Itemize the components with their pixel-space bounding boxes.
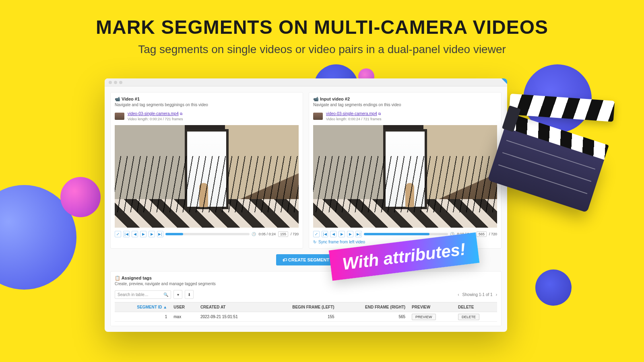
step-back-icon[interactable]: ◀ (132, 231, 138, 237)
expand-icon[interactable]: ⤢ (115, 231, 121, 237)
search-input[interactable]: Search in table… 🔍 (115, 290, 171, 299)
frame-total: / 720 (489, 232, 497, 236)
table-row: 1 max 2022-09-21 15:01:51 155 565 PREVIE… (115, 312, 497, 322)
clock-icon: 🕒 (252, 232, 256, 236)
download-icon: ⬇ (188, 292, 191, 297)
video-panel-right: 📹 Input video #2 Navigate and tag segmen… (309, 92, 502, 249)
video-filename-link[interactable]: video-03-single-camera.mp4 (326, 111, 377, 116)
section-subtitle: Create, preview, navigate and manage tag… (115, 282, 497, 286)
panel-subtitle: Navigate and tag segments begginings on … (115, 103, 299, 107)
sync-icon: ↻ (313, 240, 316, 244)
video-filename-link[interactable]: video-03-single-camera.mp4 (128, 111, 179, 116)
window-dot-icon (114, 81, 117, 84)
download-button[interactable]: ⬇ (185, 290, 194, 299)
segments-table: SEGMENT ID ▲ USER CREATED AT BEGIN FRAME… (115, 302, 497, 322)
col-preview: PREVIEW (409, 302, 455, 312)
col-end-frame[interactable]: END FRAME (RIGHT) (338, 302, 409, 312)
col-user[interactable]: USER (170, 302, 197, 312)
step-forward-icon[interactable]: ▶ (149, 231, 155, 237)
step-forward-icon[interactable]: ▶ (347, 231, 353, 237)
frame-input[interactable]: 155 (278, 231, 288, 237)
cell-user: max (170, 312, 197, 322)
window-dot-icon (119, 81, 122, 84)
filter-icon: ▾ (177, 292, 179, 297)
frame-total: / 720 (291, 232, 299, 236)
expand-icon[interactable]: ⤢ (313, 231, 320, 237)
cell-segment-id: 1 (115, 312, 170, 322)
skip-start-icon[interactable]: |◀ (322, 231, 328, 237)
scrub-progress (364, 233, 429, 235)
video-viewport-right[interactable] (313, 125, 497, 228)
section-title: 📋 Assigned tags (115, 276, 497, 281)
play-icon[interactable]: ▶ (140, 231, 147, 237)
step-back-icon[interactable]: ◀ (330, 231, 336, 237)
open-external-icon[interactable]: ⧉ (378, 112, 381, 116)
play-icon[interactable]: ▶ (339, 231, 345, 237)
video-thumbnail (115, 113, 124, 120)
cell-created-at: 2022-09-21 15:01:51 (197, 312, 264, 322)
video-thumbnail (313, 113, 323, 120)
open-external-icon[interactable]: ⧉ (180, 112, 182, 116)
cell-end-frame: 565 (338, 312, 409, 322)
col-created-at[interactable]: CREATED AT (197, 302, 264, 312)
page-headline: MARK SEGMENTS ON MULTI-CAMERA VIDEOS (0, 16, 644, 38)
corner-marker-icon (502, 78, 507, 84)
window-dot-icon (109, 81, 112, 84)
col-segment-id[interactable]: SEGMENT ID ▲ (115, 302, 170, 312)
create-segment-button[interactable]: 🏷 CREATE SEGMENT (276, 254, 336, 265)
skip-end-icon[interactable]: ▶| (157, 231, 163, 237)
time-display: 0:05 / 0:24 (258, 232, 276, 236)
scrub-bar[interactable] (165, 233, 250, 235)
decor-circle (535, 269, 572, 306)
video-length-label: Video length: 0:00:24 / 721 frames (326, 117, 381, 121)
skip-end-icon[interactable]: ▶| (355, 231, 362, 237)
pager-next-icon[interactable]: › (496, 292, 497, 297)
col-begin-frame[interactable]: BEGIN FRAME (LEFT) (264, 302, 337, 312)
preview-button[interactable]: PREVIEW (412, 314, 436, 320)
page-subhead: Tag segments on single videos or video p… (0, 43, 644, 56)
skip-start-icon[interactable]: |◀ (123, 231, 130, 237)
tag-icon: 🏷 (283, 257, 288, 262)
video-length-label: Video length: 0:00:24 / 721 frames (128, 117, 183, 121)
frame-input[interactable]: 565 (477, 231, 487, 237)
scrub-progress (165, 233, 183, 235)
video-viewport-left[interactable] (115, 125, 299, 228)
assigned-tags-section: 📋 Assigned tags Create, preview, navigat… (110, 271, 502, 326)
filter-button[interactable]: ▾ (173, 290, 182, 299)
col-delete: DELETE (455, 302, 497, 312)
scrub-bar[interactable] (364, 233, 448, 235)
pager-prev-icon[interactable]: ‹ (458, 292, 459, 297)
delete-button[interactable]: DELETE (458, 314, 479, 320)
window-titlebar (105, 78, 507, 86)
cell-begin-frame: 155 (264, 312, 337, 322)
panel-title: 📹 Video #1 (115, 97, 299, 102)
app-window: 📹 Video #1 Navigate and tag segments beg… (105, 78, 507, 332)
decor-circle (60, 177, 101, 217)
search-icon: 🔍 (163, 292, 168, 297)
panel-subtitle: Navigate and tag segments endings on thi… (313, 103, 497, 107)
panel-title: 📹 Input video #2 (313, 97, 497, 102)
pager-status: Showing 1-1 of 1 (462, 292, 493, 297)
video-panel-left: 📹 Video #1 Navigate and tag segments beg… (110, 92, 303, 249)
